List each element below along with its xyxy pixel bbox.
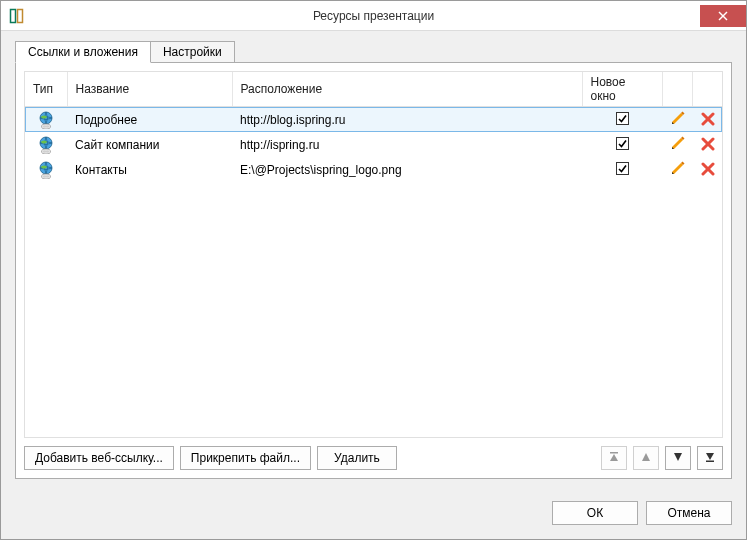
delete-button[interactable]: Удалить	[317, 446, 397, 470]
col-type-label: Тип	[33, 82, 53, 96]
close-button[interactable]	[700, 5, 746, 27]
col-location[interactable]: Расположение	[232, 72, 582, 107]
button-label: Отмена	[667, 506, 710, 520]
cell-delete	[692, 107, 722, 133]
svg-point-7	[46, 125, 50, 127]
cell-type	[25, 157, 67, 182]
svg-point-16	[46, 150, 50, 152]
cell-name: Контакты	[67, 157, 232, 182]
resources-table: Тип Название Расположение Новое окно Под…	[25, 72, 722, 182]
dialog-window: Ресурсы презентации Ссылки и вложения На…	[0, 0, 747, 540]
tab-settings[interactable]: Настройки	[150, 41, 235, 63]
svg-marker-34	[674, 453, 682, 461]
cell-new-window	[582, 157, 662, 182]
move-top-button[interactable]	[601, 446, 627, 470]
svg-marker-26	[672, 163, 683, 174]
cancel-button[interactable]: Отмена	[646, 501, 732, 525]
cell-edit	[662, 107, 692, 133]
window-title: Ресурсы презентации	[1, 9, 746, 23]
row-name: Сайт компании	[75, 138, 160, 152]
cell-delete	[692, 132, 722, 157]
col-name[interactable]: Название	[67, 72, 232, 107]
cell-type	[25, 132, 67, 157]
col-edit	[662, 72, 692, 107]
cell-type	[25, 107, 67, 133]
cell-name: Сайт компании	[67, 132, 232, 157]
delete-icon[interactable]	[700, 161, 716, 177]
row-name: Контакты	[75, 163, 127, 177]
button-label: ОК	[587, 506, 603, 520]
svg-marker-17	[672, 138, 683, 149]
move-down-icon	[673, 451, 683, 465]
resources-table-wrap: Тип Название Расположение Новое окно Под…	[24, 71, 723, 438]
move-top-icon	[609, 451, 619, 465]
cell-location: E:\@Projects\ispring_logo.png	[232, 157, 582, 182]
button-label: Прикрепить файл...	[191, 451, 300, 465]
globe-link-icon	[37, 111, 55, 129]
col-new-window[interactable]: Новое окно	[582, 72, 662, 107]
cell-edit	[662, 157, 692, 182]
svg-point-25	[46, 175, 50, 177]
button-label: Добавить веб-ссылку...	[35, 451, 163, 465]
new-window-checkbox[interactable]	[616, 137, 629, 150]
cell-new-window	[582, 107, 662, 133]
dialog-footer: ОК Отмена	[1, 491, 746, 539]
cell-delete	[692, 157, 722, 182]
table-row[interactable]: КонтактыE:\@Projects\ispring_logo.png	[25, 157, 722, 182]
col-type[interactable]: Тип	[25, 72, 67, 107]
edit-icon[interactable]	[670, 135, 686, 151]
add-weblink-button[interactable]: Добавить веб-ссылку...	[24, 446, 174, 470]
tab-strip: Ссылки и вложения Настройки	[15, 41, 732, 63]
new-window-checkbox[interactable]	[616, 112, 629, 125]
attach-file-button[interactable]: Прикрепить файл...	[180, 446, 311, 470]
cell-name: Подробнее	[67, 107, 232, 133]
toolbar: Добавить веб-ссылку... Прикрепить файл..…	[24, 446, 723, 470]
cell-location: http://ispring.ru	[232, 132, 582, 157]
edit-icon[interactable]	[670, 110, 686, 126]
row-location: http://ispring.ru	[240, 138, 319, 152]
row-location: http://blog.ispring.ru	[240, 113, 345, 127]
table-row[interactable]: Сайт компанииhttp://ispring.ru	[25, 132, 722, 157]
edit-icon[interactable]	[670, 160, 686, 176]
svg-marker-35	[706, 453, 714, 460]
cell-location: http://blog.ispring.ru	[232, 107, 582, 133]
svg-rect-36	[706, 461, 714, 463]
col-name-label: Название	[76, 82, 130, 96]
tab-label: Настройки	[163, 45, 222, 59]
col-location-label: Расположение	[241, 82, 323, 96]
titlebar: Ресурсы презентации	[1, 1, 746, 31]
delete-icon[interactable]	[700, 111, 716, 127]
move-up-button[interactable]	[633, 446, 659, 470]
tab-panel-links: Тип Название Расположение Новое окно Под…	[15, 62, 732, 479]
table-row[interactable]: Подробнееhttp://blog.ispring.ru	[25, 107, 722, 133]
button-label: Удалить	[334, 451, 380, 465]
move-down-button[interactable]	[665, 446, 691, 470]
app-icon	[9, 8, 25, 24]
cell-edit	[662, 132, 692, 157]
svg-marker-32	[610, 454, 618, 461]
content-area: Ссылки и вложения Настройки Тип Название	[1, 31, 746, 491]
delete-icon[interactable]	[700, 136, 716, 152]
svg-marker-33	[642, 453, 650, 461]
col-delete	[692, 72, 722, 107]
row-location: E:\@Projects\ispring_logo.png	[240, 163, 402, 177]
move-bottom-icon	[705, 451, 715, 465]
globe-link-icon	[37, 161, 55, 179]
svg-marker-8	[672, 113, 683, 124]
globe-link-icon	[37, 136, 55, 154]
svg-rect-0	[11, 9, 16, 22]
move-up-icon	[641, 451, 651, 465]
row-name: Подробнее	[75, 113, 137, 127]
svg-rect-31	[610, 452, 618, 454]
tab-label: Ссылки и вложения	[28, 45, 138, 59]
cell-new-window	[582, 132, 662, 157]
col-new-window-label: Новое окно	[591, 75, 626, 103]
ok-button[interactable]: ОК	[552, 501, 638, 525]
svg-rect-1	[18, 9, 23, 22]
move-bottom-button[interactable]	[697, 446, 723, 470]
table-header-row: Тип Название Расположение Новое окно	[25, 72, 722, 107]
tab-links[interactable]: Ссылки и вложения	[15, 41, 151, 63]
new-window-checkbox[interactable]	[616, 162, 629, 175]
